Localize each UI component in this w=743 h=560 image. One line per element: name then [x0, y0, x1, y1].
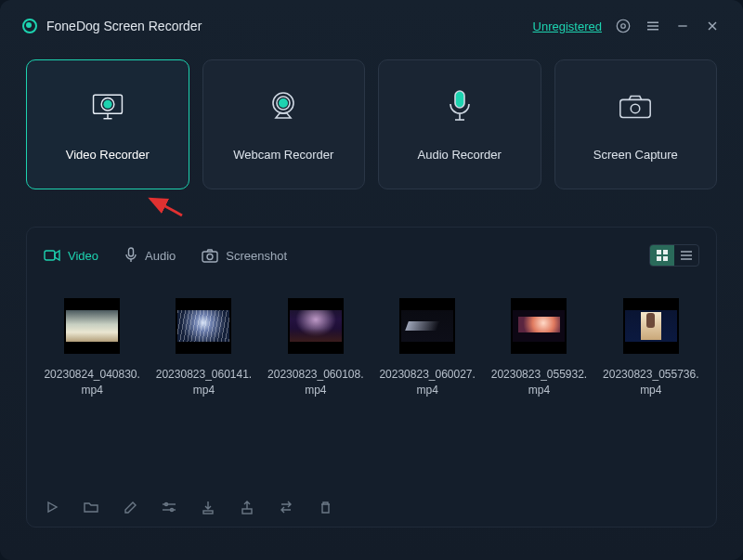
gallery-toolbar [44, 486, 699, 515]
svg-rect-28 [663, 250, 668, 254]
view-grid-button[interactable] [650, 245, 674, 266]
thumbnail-frame [399, 298, 455, 354]
tab-video[interactable]: Video [44, 249, 98, 263]
svg-rect-25 [202, 252, 217, 262]
svg-rect-29 [657, 256, 661, 261]
svg-point-9 [103, 99, 111, 108]
thumbnail-preview [177, 310, 229, 342]
thumbnail-preview [513, 310, 565, 342]
file-name: 20230823_055932.mp4 [490, 367, 587, 398]
share-icon[interactable] [239, 499, 255, 515]
svg-rect-27 [657, 250, 661, 254]
thumbnail-preview [66, 310, 118, 342]
mode-row: Video Recorder Webcam Recorder [0, 50, 743, 189]
thumbnail-frame [623, 298, 679, 354]
svg-rect-30 [663, 256, 668, 261]
file-item[interactable]: 20230824_040830.mp4 [44, 298, 140, 398]
gallery-header: Video Audio Screenshot [44, 241, 699, 270]
file-item[interactable]: 20230823_055736.mp4 [603, 298, 699, 398]
annotation-arrow-icon [143, 195, 184, 217]
mode-screen-capture[interactable]: Screen Capture [554, 59, 718, 189]
minimize-icon[interactable] [674, 18, 691, 34]
mode-video-recorder[interactable]: Video Recorder [26, 59, 189, 189]
app-window: FoneDog Screen Recorder Unregistered [0, 0, 743, 560]
mode-label: Webcam Recorder [233, 148, 333, 162]
webcam-recorder-icon [265, 88, 302, 125]
audio-recorder-icon [441, 88, 478, 125]
thumbnail-frame [288, 298, 344, 354]
thumbnail-preview [290, 310, 342, 342]
thumbnail-frame [64, 298, 120, 354]
file-item[interactable]: 20230823_060108.mp4 [267, 298, 364, 398]
mode-label: Video Recorder [66, 148, 150, 162]
screen-capture-icon [617, 88, 654, 125]
app-logo-icon [22, 19, 37, 33]
gallery-panel: Video Audio Screenshot [26, 227, 717, 527]
app-title: FoneDog Screen Recorder [46, 19, 202, 33]
view-list-button[interactable] [674, 245, 698, 266]
play-icon[interactable] [44, 499, 60, 515]
view-toggle [649, 244, 699, 267]
file-name: 20230823_055736.mp4 [603, 367, 699, 398]
tab-label: Audio [145, 249, 176, 263]
settings-icon[interactable] [615, 18, 632, 34]
tab-label: Screenshot [226, 249, 287, 263]
svg-rect-23 [129, 248, 134, 256]
close-icon[interactable] [704, 18, 721, 34]
tab-screenshot[interactable]: Screenshot [202, 249, 287, 263]
svg-point-26 [207, 254, 213, 259]
thumbnail-preview [625, 310, 677, 342]
file-item[interactable]: 20230823_060027.mp4 [379, 298, 476, 398]
thumbnail-frame [511, 298, 567, 354]
video-recorder-icon [89, 88, 126, 125]
download-icon[interactable] [200, 499, 216, 515]
file-name: 20230823_060108.mp4 [267, 367, 364, 398]
file-name: 20230823_060141.mp4 [155, 367, 252, 398]
header-bar: FoneDog Screen Recorder Unregistered [0, 0, 743, 50]
menu-icon[interactable] [645, 18, 661, 34]
header-right: Unregistered [533, 18, 721, 34]
registration-link[interactable]: Unregistered [533, 20, 602, 33]
mode-label: Audio Recorder [418, 148, 502, 162]
svg-rect-22 [45, 251, 55, 260]
sliders-icon[interactable] [161, 499, 177, 515]
file-name: 20230823_060027.mp4 [379, 367, 476, 398]
mode-audio-recorder[interactable]: Audio Recorder [378, 59, 541, 189]
folder-icon[interactable] [83, 499, 99, 515]
thumbnails-row: 20230824_040830.mp4 20230823_060141.mp4 … [44, 270, 699, 398]
svg-rect-16 [455, 91, 464, 108]
svg-rect-39 [242, 509, 252, 514]
file-item[interactable]: 20230823_060141.mp4 [155, 298, 252, 398]
delete-icon[interactable] [317, 499, 333, 515]
svg-point-0 [617, 20, 630, 33]
file-item[interactable]: 20230823_055932.mp4 [490, 298, 587, 398]
edit-icon[interactable] [122, 499, 138, 515]
mode-label: Screen Capture [593, 148, 678, 162]
header-left: FoneDog Screen Recorder [22, 19, 202, 33]
thumbnail-preview [401, 310, 453, 342]
thumbnail-frame [176, 298, 231, 354]
convert-icon[interactable] [278, 499, 294, 515]
tab-audio[interactable]: Audio [124, 247, 176, 264]
tab-label: Video [68, 249, 98, 263]
svg-rect-38 [203, 511, 213, 514]
gallery-tabs: Video Audio Screenshot [44, 247, 287, 264]
svg-point-21 [631, 104, 640, 113]
svg-point-14 [279, 98, 288, 108]
file-name: 20230824_040830.mp4 [44, 367, 140, 398]
svg-rect-20 [620, 99, 650, 117]
svg-point-1 [621, 24, 626, 29]
mode-webcam-recorder[interactable]: Webcam Recorder [202, 59, 366, 189]
